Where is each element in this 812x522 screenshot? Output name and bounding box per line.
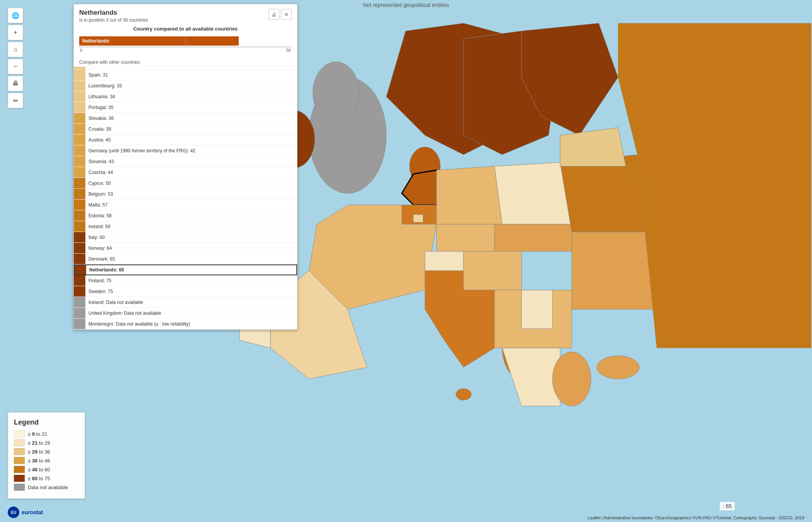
country-color-indicator: [74, 135, 85, 145]
country-color-indicator: [74, 102, 85, 113]
country-name-label: Lithuania: 34: [85, 94, 297, 99]
chart-midline: [185, 36, 186, 46]
popup-country-name: Netherlands: [79, 9, 148, 17]
country-name-label: Serbia: 29: [85, 67, 297, 67]
country-list-item[interactable]: Netherlands: 65: [74, 264, 297, 275]
toolbar: 🌐 + ⌂ − 🖶 ✏: [8, 8, 23, 108]
country-list-item[interactable]: Italy: 60: [74, 232, 297, 243]
country-list-item[interactable]: Estonia: 58: [74, 210, 297, 221]
popup-position-text: is in position 3 out of 36 countries: [79, 17, 148, 23]
country-color-indicator: [74, 210, 85, 221]
country-list-container[interactable]: Latvia: 29Poland: 29Serbia: 29Spain: 31L…: [74, 67, 297, 329]
legend-title: Legend: [14, 418, 79, 426]
country-color-indicator: [74, 319, 85, 329]
zoom-out-button[interactable]: −: [8, 59, 23, 74]
country-list-item[interactable]: Finland: 75: [74, 275, 297, 286]
country-name-label: Germany (until 1990 former territory of …: [85, 148, 297, 154]
svg-rect-7: [413, 215, 423, 222]
chart-bar-container: Netherlands 0 50: [79, 35, 292, 54]
svg-point-2: [313, 62, 359, 124]
country-name-label: Denmark: 65: [85, 256, 297, 262]
country-list-item[interactable]: Czechia: 44: [74, 167, 297, 178]
legend-swatch: [14, 475, 25, 482]
legend-item: ≥ 21 to 29: [14, 439, 79, 446]
country-color-indicator: [74, 67, 85, 69]
country-name-label: Iceland: Data not available: [85, 300, 297, 305]
country-color-indicator: [74, 286, 85, 297]
country-color-indicator: [74, 254, 85, 264]
country-list-item[interactable]: United Kingdom: Data not available: [74, 308, 297, 319]
legend-item: ≥ 9 to 21: [14, 430, 79, 437]
popup-close-button[interactable]: ✕: [281, 9, 292, 20]
chart-bar: Netherlands: [79, 36, 239, 46]
country-list-item[interactable]: Denmark: 65: [74, 254, 297, 264]
country-list-item[interactable]: Portugal: 35: [74, 102, 297, 113]
svg-point-9: [597, 356, 639, 379]
country-name-label: Slovakia: 36: [85, 116, 297, 121]
country-name-label: Sweden: 75: [85, 289, 297, 294]
country-color-indicator: [74, 221, 85, 232]
country-list-item[interactable]: Ireland: 59: [74, 221, 297, 232]
popup-header: Netherlands is in position 3 out of 36 c…: [74, 4, 297, 26]
country-list-item[interactable]: Cyprus: 50: [74, 178, 297, 189]
country-list-item[interactable]: Slovakia: 36: [74, 113, 297, 124]
country-list-item[interactable]: Spain: 31: [74, 70, 297, 80]
country-list-item[interactable]: Slovenia: 43: [74, 156, 297, 167]
legend-item: Data not available: [14, 484, 79, 491]
pencil-button[interactable]: ✏: [8, 93, 23, 108]
country-color-indicator: [75, 265, 86, 275]
country-list-item[interactable]: Sweden: 75: [74, 286, 297, 297]
country-list-item[interactable]: Austria: 40: [74, 135, 297, 145]
country-name-label: Malta: 57: [85, 202, 297, 208]
legend-item: ≥ 60 to 75: [14, 475, 79, 482]
eurostat-icon: EU: [8, 507, 19, 518]
legend-label: ≥ 21 to 29: [28, 440, 50, 446]
compare-label: Compare with other countries: [74, 57, 297, 67]
country-name-label: Estonia: 58: [85, 213, 297, 218]
country-color-indicator: [74, 232, 85, 242]
country-name-label: Italy: 60: [85, 235, 297, 240]
country-name-label: Portugal: 35: [85, 105, 297, 110]
country-color-indicator: [74, 80, 85, 91]
eurostat-logo: EU eurostat: [8, 507, 43, 518]
country-name-label: Croatia: 39: [85, 126, 297, 132]
globe-button[interactable]: 🌐: [8, 8, 23, 23]
country-color-indicator: [74, 178, 85, 188]
print-icon: 🖶: [12, 80, 19, 87]
country-list-item[interactable]: Germany (until 1990 former territory of …: [74, 145, 297, 156]
chart-section: Country compared to all available countr…: [74, 26, 297, 57]
country-list-item[interactable]: Luxembourg: 33: [74, 80, 297, 91]
popup-header-actions: 🖨 ✕: [268, 9, 292, 20]
country-color-indicator: [74, 200, 85, 210]
country-name-label: Slovenia: 43: [85, 159, 297, 164]
country-list-item[interactable]: Serbia: 29: [74, 67, 297, 70]
popup-close-icon: ✕: [284, 12, 289, 17]
legend-item: ≥ 46 to 60: [14, 466, 79, 473]
country-list-item[interactable]: Montenegro: Data not available (u : low …: [74, 319, 297, 329]
country-list-item[interactable]: Lithuania: 34: [74, 91, 297, 102]
country-value-display: : 65: [720, 502, 735, 510]
country-list-item[interactable]: Belgium: 53: [74, 189, 297, 200]
zoom-in-button[interactable]: +: [8, 25, 23, 40]
popup-print-button[interactable]: 🖨: [268, 9, 279, 20]
legend: Legend ≥ 9 to 21≥ 21 to 29≥ 29 to 36≥ 36…: [8, 412, 85, 499]
legend-item: ≥ 29 to 36: [14, 448, 79, 455]
country-name-label: Netherlands: 65: [86, 267, 296, 273]
country-list-item[interactable]: Iceland: Data not available: [74, 297, 297, 308]
legend-label: ≥ 36 to 46: [28, 458, 50, 464]
country-list-item[interactable]: Norway: 64: [74, 243, 297, 254]
legend-label: ≥ 9 to 21: [28, 431, 48, 437]
chart-bar-label: Netherlands: [82, 38, 109, 44]
globe-icon: 🌐: [12, 12, 19, 19]
country-color-indicator: [74, 113, 85, 123]
svg-point-10: [456, 389, 471, 400]
home-button[interactable]: ⌂: [8, 42, 23, 57]
legend-label: ≥ 46 to 60: [28, 467, 50, 473]
country-color-indicator: [74, 275, 85, 286]
country-list-item[interactable]: Croatia: 39: [74, 124, 297, 135]
country-color-indicator: [74, 70, 85, 80]
print-button[interactable]: 🖶: [8, 76, 23, 91]
svg-rect-11: [522, 290, 552, 329]
country-list-item[interactable]: Malta: 57: [74, 200, 297, 210]
country-name-label: Norway: 64: [85, 246, 297, 251]
